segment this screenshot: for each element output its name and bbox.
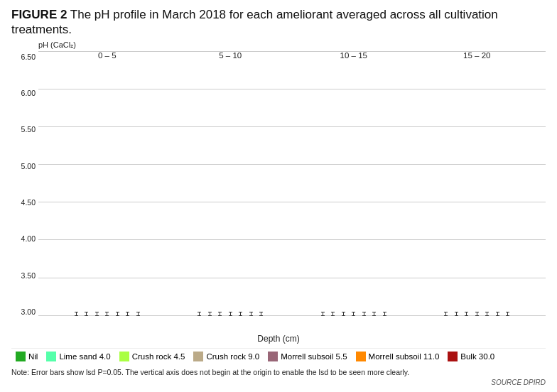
y-tick: 3.00 — [11, 307, 38, 316]
bar-wrapper — [359, 312, 369, 316]
error-bar — [240, 312, 241, 316]
figure-number: FIGURE 2 — [11, 8, 67, 21]
error-bar — [374, 312, 374, 316]
bar-wrapper — [472, 312, 482, 316]
error-bar — [138, 312, 139, 316]
legend-label: Crush rock 9.0 — [206, 352, 259, 361]
bar-wrapper — [493, 312, 502, 316]
bar-wrapper — [380, 312, 389, 316]
error-bar — [332, 312, 333, 316]
error-bar — [456, 312, 457, 316]
source: SOURCE DPIRD — [11, 379, 546, 386]
error-bar — [466, 312, 467, 316]
legend-item: Bulk 30.0 — [448, 352, 494, 361]
error-bar — [230, 312, 231, 316]
legend-item: Lime sand 4.0 — [46, 352, 110, 361]
legend-swatch — [46, 352, 56, 361]
legend-swatch — [193, 352, 203, 361]
error-bar — [199, 312, 200, 316]
bar-wrapper — [102, 312, 112, 316]
error-bar — [261, 312, 261, 316]
y-tick: 6.00 — [11, 89, 38, 97]
bar-wrapper — [339, 312, 348, 316]
bar-wrapper — [452, 312, 461, 316]
error-bar — [497, 312, 498, 316]
error-bar — [364, 312, 364, 316]
legend-item: Crush rock 9.0 — [193, 352, 259, 361]
y-tick: 5.00 — [11, 162, 38, 170]
bar-wrapper — [441, 312, 450, 316]
error-bar — [220, 312, 220, 316]
legend-swatch — [119, 352, 129, 361]
bar-wrapper — [123, 312, 132, 316]
legend-label: Crush rock 4.5 — [132, 352, 185, 361]
error-bar — [210, 312, 210, 316]
error-bar — [477, 312, 477, 316]
error-bar — [487, 312, 487, 316]
error-bar — [97, 312, 97, 316]
y-tick: 3.50 — [11, 271, 38, 280]
y-tick: 6.50 — [11, 53, 38, 61]
error-bar — [323, 312, 323, 316]
error-bar — [76, 312, 77, 316]
error-bar — [251, 312, 252, 316]
legend-item: Crush rock 4.5 — [119, 352, 185, 361]
bar-wrapper — [82, 312, 91, 316]
legend-label: Bulk 30.0 — [460, 352, 494, 361]
error-bar — [507, 312, 508, 316]
bar-wrapper — [462, 312, 471, 316]
y-tick: 4.00 — [11, 234, 38, 243]
legend-label: Lime sand 4.0 — [59, 352, 110, 361]
error-bar — [384, 312, 385, 316]
error-bar — [353, 312, 354, 316]
bar-group — [292, 312, 416, 316]
bar-wrapper — [369, 312, 379, 316]
legend-item: Morrell subsoil 11.0 — [356, 352, 440, 361]
bars-container — [38, 51, 546, 316]
bar-wrapper — [349, 312, 358, 316]
chart-body: 3.003.504.004.505.005.506.006.50 0 – 55 … — [11, 51, 546, 333]
bar-group — [169, 312, 293, 316]
bar-wrapper — [482, 312, 492, 316]
y-tick: 4.50 — [11, 198, 38, 207]
legend-item: Nil — [16, 352, 38, 361]
y-axis: 3.003.504.004.505.005.506.006.50 — [11, 51, 38, 333]
y-axis-label: pH (CaCl₂) — [38, 40, 546, 50]
x-axis-title: Depth (cm) — [11, 334, 546, 344]
bar-wrapper — [247, 312, 256, 316]
bar-wrapper — [503, 312, 512, 316]
bar-wrapper — [195, 312, 204, 316]
plot-area: 0 – 55 – 1010 – 1515 – 20 — [38, 51, 546, 333]
error-bar — [343, 312, 344, 316]
bar-wrapper — [328, 312, 337, 316]
error-bar — [86, 312, 87, 316]
bar-wrapper — [134, 312, 143, 316]
bar-group — [416, 312, 539, 316]
legend-swatch — [268, 352, 278, 361]
bar-wrapper — [205, 312, 215, 316]
legend-swatch — [448, 352, 458, 361]
error-bar — [117, 312, 118, 316]
bar-wrapper — [236, 312, 245, 316]
error-bar — [127, 312, 128, 316]
bar-wrapper — [72, 312, 81, 316]
legend-swatch — [356, 352, 366, 361]
bar-wrapper — [215, 312, 225, 316]
error-bar — [107, 312, 107, 316]
page-container: FIGURE 2 The pH profile in March 2018 fo… — [0, 0, 557, 392]
bar-wrapper — [256, 312, 266, 316]
chart-area: pH (CaCl₂) 3.003.504.004.505.005.506.006… — [11, 40, 546, 344]
bar-wrapper — [113, 312, 122, 316]
legend-swatch — [16, 352, 26, 361]
bar-wrapper — [226, 312, 235, 316]
legend-item: Morrell subsoil 5.5 — [268, 352, 347, 361]
error-bar — [445, 312, 446, 316]
figure-title: FIGURE 2 The pH profile in March 2018 fo… — [11, 7, 546, 38]
legend: NilLime sand 4.0Crush rock 4.5Crush rock… — [11, 348, 546, 364]
y-tick: 5.50 — [11, 125, 38, 134]
legend-label: Nil — [28, 352, 38, 361]
legend-label: Morrell subsoil 11.0 — [369, 352, 440, 361]
bar-wrapper — [318, 312, 328, 316]
bar-wrapper — [92, 312, 102, 316]
bar-group — [45, 312, 169, 316]
